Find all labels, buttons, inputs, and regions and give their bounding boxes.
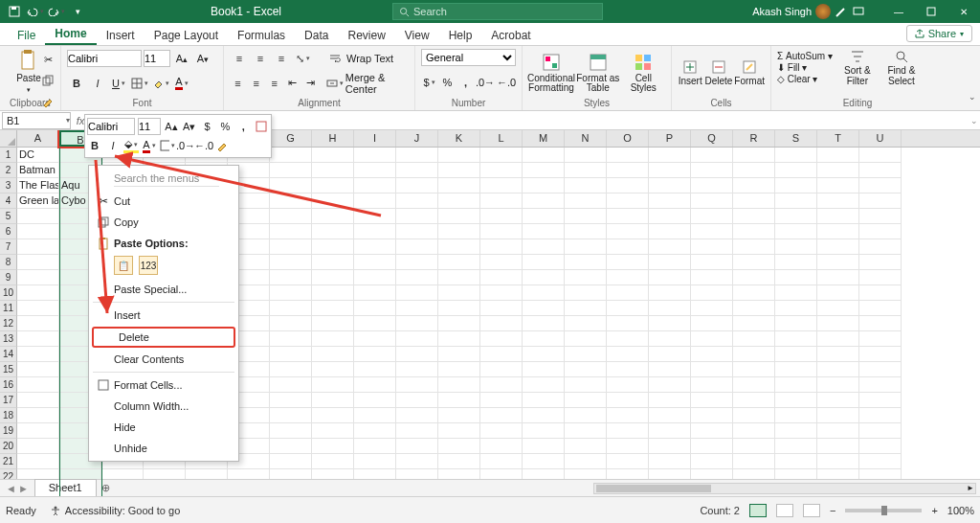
cell-L4[interactable] bbox=[480, 193, 523, 209]
cell-T7[interactable] bbox=[817, 239, 859, 255]
cell-T18[interactable] bbox=[817, 408, 859, 423]
cell-S3[interactable] bbox=[775, 178, 817, 193]
row-header-12[interactable]: 12 bbox=[0, 316, 17, 331]
cell-G7[interactable] bbox=[270, 239, 312, 255]
cell-M14[interactable] bbox=[523, 347, 565, 362]
cell-M4[interactable] bbox=[523, 193, 565, 209]
column-header-U[interactable]: U bbox=[859, 130, 902, 147]
cell-M1[interactable] bbox=[523, 148, 565, 163]
column-header-A[interactable]: A bbox=[17, 130, 59, 147]
cell-T9[interactable] bbox=[817, 270, 859, 285]
cell-O4[interactable] bbox=[607, 193, 649, 209]
mini-font-color[interactable]: A bbox=[142, 138, 157, 153]
mini-cond-format[interactable] bbox=[254, 119, 269, 134]
row-header-3[interactable]: 3 bbox=[0, 178, 17, 193]
cell-L16[interactable] bbox=[480, 377, 523, 393]
cell-Q4[interactable] bbox=[691, 193, 733, 209]
cut-button[interactable]: ✂ bbox=[38, 50, 57, 69]
mini-fill-color[interactable]: ⬙ bbox=[123, 138, 139, 153]
cell-L9[interactable] bbox=[480, 270, 523, 285]
cell-P7[interactable] bbox=[649, 239, 691, 255]
cell-M15[interactable] bbox=[523, 362, 565, 377]
cell-O1[interactable] bbox=[607, 148, 649, 163]
cell-N15[interactable] bbox=[565, 362, 607, 377]
cell-S12[interactable] bbox=[775, 316, 817, 331]
cell-S6[interactable] bbox=[775, 224, 817, 239]
cell-H16[interactable] bbox=[312, 377, 354, 393]
cell-N16[interactable] bbox=[565, 377, 607, 393]
cell-U5[interactable] bbox=[859, 209, 902, 224]
cell-N21[interactable] bbox=[565, 454, 607, 469]
cell-N4[interactable] bbox=[565, 193, 607, 209]
cell-T3[interactable] bbox=[817, 178, 859, 193]
cell-K7[interactable] bbox=[438, 239, 480, 255]
cell-O19[interactable] bbox=[607, 423, 649, 439]
cell-A11[interactable] bbox=[17, 301, 59, 316]
cell-J13[interactable] bbox=[396, 331, 438, 347]
cell-J11[interactable] bbox=[396, 301, 438, 316]
cell-T10[interactable] bbox=[817, 285, 859, 301]
zoom-out-button[interactable]: − bbox=[830, 505, 835, 516]
column-header-R[interactable]: R bbox=[733, 130, 775, 147]
row-header-7[interactable]: 7 bbox=[0, 239, 17, 255]
cell-R3[interactable] bbox=[733, 178, 775, 193]
cell-O8[interactable] bbox=[607, 255, 649, 270]
align-middle-button[interactable]: ≡ bbox=[251, 49, 270, 68]
cell-U17[interactable] bbox=[859, 393, 902, 408]
cell-M2[interactable] bbox=[523, 163, 565, 178]
merge-center-button[interactable] bbox=[326, 74, 344, 93]
cell-Q1[interactable] bbox=[691, 148, 733, 163]
cell-I7[interactable] bbox=[354, 239, 396, 255]
cell-R2[interactable] bbox=[733, 163, 775, 178]
cell-H19[interactable] bbox=[312, 423, 354, 439]
cell-K8[interactable] bbox=[438, 255, 480, 270]
cell-J17[interactable] bbox=[396, 393, 438, 408]
cell-A20[interactable] bbox=[17, 439, 59, 454]
column-header-G[interactable]: G bbox=[270, 130, 312, 147]
row-header-16[interactable]: 16 bbox=[0, 377, 17, 393]
cell-S18[interactable] bbox=[775, 408, 817, 423]
cell-P8[interactable] bbox=[649, 255, 691, 270]
cell-I4[interactable] bbox=[354, 193, 396, 209]
sheet-nav-next[interactable]: ► bbox=[18, 483, 29, 494]
cell-A9[interactable] bbox=[17, 270, 59, 285]
cell-P4[interactable] bbox=[649, 193, 691, 209]
cell-U4[interactable] bbox=[859, 193, 902, 209]
cell-T12[interactable] bbox=[817, 316, 859, 331]
cell-M5[interactable] bbox=[523, 209, 565, 224]
cell-A1[interactable]: DC bbox=[17, 148, 59, 163]
cell-J8[interactable] bbox=[396, 255, 438, 270]
cell-K9[interactable] bbox=[438, 270, 480, 285]
cell-A7[interactable] bbox=[17, 239, 59, 255]
column-header-M[interactable]: M bbox=[523, 130, 565, 147]
cell-G17[interactable] bbox=[270, 393, 312, 408]
wrap-text-button[interactable] bbox=[325, 49, 345, 68]
cell-L1[interactable] bbox=[480, 148, 523, 163]
cell-H9[interactable] bbox=[312, 270, 354, 285]
cell-Q3[interactable] bbox=[691, 178, 733, 193]
cell-H12[interactable] bbox=[312, 316, 354, 331]
ctx-cut[interactable]: ✂Cut bbox=[89, 191, 238, 212]
cell-S4[interactable] bbox=[775, 193, 817, 209]
cell-L8[interactable] bbox=[480, 255, 523, 270]
cell-Q2[interactable] bbox=[691, 163, 733, 178]
cell-U9[interactable] bbox=[859, 270, 902, 285]
cell-H6[interactable] bbox=[312, 224, 354, 239]
row-header-5[interactable]: 5 bbox=[0, 209, 17, 224]
cell-U16[interactable] bbox=[859, 377, 902, 393]
row-header-9[interactable]: 9 bbox=[0, 270, 17, 285]
ctx-unhide[interactable]: Unhide bbox=[89, 438, 238, 459]
view-page-layout-button[interactable] bbox=[776, 504, 793, 517]
zoom-slider[interactable] bbox=[845, 509, 922, 512]
cell-G2[interactable] bbox=[270, 163, 312, 178]
cell-M8[interactable] bbox=[523, 255, 565, 270]
cell-I21[interactable] bbox=[354, 454, 396, 469]
cell-K15[interactable] bbox=[438, 362, 480, 377]
cell-T13[interactable] bbox=[817, 331, 859, 347]
align-right-button[interactable]: ≡ bbox=[266, 74, 282, 93]
cell-O16[interactable] bbox=[607, 377, 649, 393]
cell-S16[interactable] bbox=[775, 377, 817, 393]
cell-S9[interactable] bbox=[775, 270, 817, 285]
column-header-N[interactable]: N bbox=[565, 130, 607, 147]
cell-P21[interactable] bbox=[649, 454, 691, 469]
